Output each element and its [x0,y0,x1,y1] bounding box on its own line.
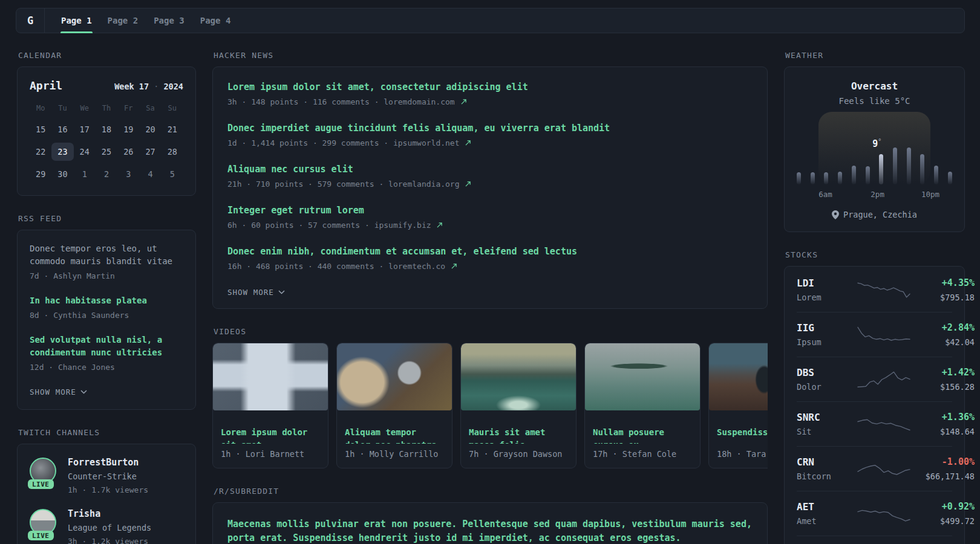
stocks-widget: STOCKS LDILorem +4.35%$795.18 IIGIpsum +… [784,250,965,544]
hn-story-stats: 16h · 468 points · 440 comments · [227,262,388,271]
weekday-header: Fr [117,102,139,116]
calendar-day: 24 [74,143,96,161]
right-column: WEATHER Overcast Feels like 5°C 9° 6am 2… [784,51,965,544]
hn-show-more-button[interactable]: SHOW MORE [227,288,285,297]
hn-story-domain[interactable]: ipsumworld.net [393,138,460,147]
weather-location: Prague, Czechia [797,210,952,219]
rss-item-title[interactable]: In hac habitasse platea [30,294,183,307]
calendar-month: April [30,79,62,92]
hn-story-domain[interactable]: loremdomain.com [384,97,454,106]
calendar-day: 30 [51,165,73,183]
video-card[interactable]: Nullam posuere cursus ex 17h · Stefan Co… [584,343,701,468]
calendar-week-info: Week 17 · 2024 [114,82,183,91]
weather-bars [797,129,952,184]
tab-page-2[interactable]: Page 2 [100,8,146,33]
hn-story: Aliquam nec cursus elit 21h · 710 points… [227,163,753,190]
hackernews-section-title: HACKER NEWS [214,51,768,60]
hn-story-title[interactable]: Donec imperdiet augue tincidunt felis al… [227,121,753,135]
twitch-channel[interactable]: LIVE ForrestBurton Counter-Strike 1h · 1… [30,456,183,496]
weather-bar [811,172,815,184]
left-column: CALENDAR April Week 17 · 2024 Mo Tu We T… [17,51,196,544]
weather-location-label: Prague, Czechia [843,210,917,219]
page-tabs: Page 1 Page 2 Page 3 Page 4 [53,8,238,33]
external-link-icon [465,140,471,146]
videos-row: Lorem ipsum dolor sit amet consectetur a… [212,343,768,468]
hn-story: Lorem ipsum dolor sit amet, consectetur … [227,80,753,108]
chevron-down-icon [80,390,87,394]
twitch-channel[interactable]: LIVE Trisha League of Legends 3h · 1.2k … [30,508,183,544]
video-thumbnail[interactable] [585,343,700,410]
video-thumbnail[interactable] [709,343,768,410]
tab-page-1[interactable]: Page 1 [53,8,100,33]
stock-sparkline [856,280,912,300]
stock-change: +4.35% [912,277,975,290]
video-thumbnail[interactable] [337,343,452,410]
hn-story-domain[interactable]: loremlandia.org [388,180,459,189]
rss-item-title[interactable]: Donec tempor eros leo, ut commodo mauris… [30,242,183,268]
live-badge: LIVE [28,479,54,489]
video-title[interactable]: Lorem ipsum dolor sit amet consectetur a… [221,426,320,444]
twitch-channel-name: ForrestBurton [68,456,148,469]
tab-page-4[interactable]: Page 4 [192,8,239,33]
live-badge: LIVE [28,531,54,540]
time-label: 6am [818,190,832,199]
video-title[interactable]: Suspendisse diam [717,426,768,439]
video-meta: 1h · Molly Carrillo [338,449,451,468]
calendar-day: 20 [139,120,161,138]
video-meta: 1h · Lori Barnett [214,449,327,468]
hackernews-widget: HACKER NEWS Lorem ipsum dolor sit amet, … [212,51,768,309]
weather-widget: WEATHER Overcast Feels like 5°C 9° 6am 2… [784,51,965,232]
hn-story-title[interactable]: Donec enim nibh, condimentum et accumsan… [227,245,753,258]
video-title[interactable]: Nullam posuere cursus ex [593,426,692,444]
twitch-game: League of Legends [68,522,151,534]
stock-row[interactable]: AETAmet +0.92%$499.72 [797,491,952,536]
weather-bar [852,166,856,184]
hn-story-domain[interactable]: loremtech.co [388,262,445,271]
twitch-game: Counter-Strike [68,471,148,482]
stock-symbol: AET [797,500,856,513]
hn-story-domain[interactable]: ipsumify.biz [374,221,431,230]
video-card[interactable]: Mauris sit amet massa felis 7h · Grayson… [460,343,577,468]
show-more-label: SHOW MORE [30,387,76,397]
hn-story-title[interactable]: Integer eget rutrum lorem [227,204,753,217]
reddit-post: Maecenas mollis pulvinar erat non posuer… [227,517,753,544]
weather-bar [920,154,924,184]
stock-row[interactable]: SNRCSit +1.36%$148.64 [797,401,952,446]
calendar-separator: · [154,82,158,91]
tab-page-3[interactable]: Page 3 [146,8,192,33]
rss-show-more-button[interactable]: SHOW MORE [30,387,87,397]
video-card[interactable]: Suspendisse diam 18h · Tara [708,343,768,468]
stock-row[interactable]: DBSDolor +1.42%$156.28 [797,357,952,401]
stock-symbol: IIG [797,322,856,334]
calendar-day: 22 [30,143,51,161]
stock-row[interactable]: CRNBitcorn -1.00%$66,171.48 [797,446,952,491]
rss-item-title[interactable]: Sed volutpat nulla nisl, a condimentum n… [30,334,183,359]
external-link-icon [461,99,466,105]
hn-story-stats: 3h · 148 points · 116 comments · [227,97,384,106]
stocks-section-title: STOCKS [785,250,965,259]
hn-story-title[interactable]: Aliquam nec cursus elit [227,163,753,176]
weekday-header: Mo [30,102,51,116]
reddit-post-title[interactable]: Maecenas mollis pulvinar erat non posuer… [227,517,753,544]
videos-section-title: VIDEOS [214,327,768,336]
video-thumbnail[interactable] [213,343,328,410]
video-title[interactable]: Mauris sit amet massa felis [469,426,568,444]
hn-story-title[interactable]: Lorem ipsum dolor sit amet, consectetur … [227,80,753,94]
calendar-day: 29 [30,165,51,183]
stock-row[interactable]: IIGIpsum +2.84%$42.04 [797,312,952,357]
video-thumbnail[interactable] [461,343,576,410]
video-title[interactable]: Aliquam tempor dolor nec pharetra [345,426,444,444]
app-logo[interactable]: G [16,8,45,33]
stock-row[interactable]: CCSConsectetur +0.51%$165.84 [797,536,952,544]
weather-feels-like: Feels like 5°C [797,96,952,106]
calendar-day: 28 [162,143,183,161]
stock-price: $42.04 [912,337,975,348]
rss-item: Sed volutpat nulla nisl, a condimentum n… [30,334,183,373]
stock-change: +2.84% [912,322,975,334]
video-card[interactable]: Lorem ipsum dolor sit amet consectetur a… [212,343,328,468]
stock-price: $499.72 [912,516,975,526]
video-card[interactable]: Aliquam tempor dolor nec pharetra 1h · M… [336,343,452,468]
weather-section-title: WEATHER [785,51,965,60]
stock-row[interactable]: LDILorem +4.35%$795.18 [797,268,952,312]
stock-name: Amet [797,516,856,526]
